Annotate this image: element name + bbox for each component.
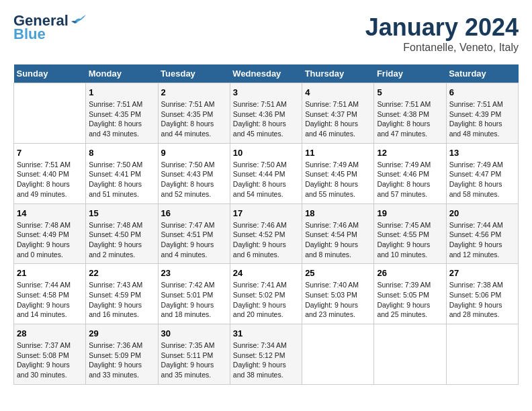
day-number: 7 [17,148,83,158]
day-number: 25 [305,268,371,278]
header-wednesday: Wednesday [230,64,302,83]
calendar-cell: 30Sunrise: 7:35 AMSunset: 5:11 PMDayligh… [158,324,230,385]
day-number: 23 [161,268,227,278]
day-number: 18 [305,208,371,218]
day-info: Sunrise: 7:37 AMSunset: 5:08 PMDaylight:… [17,340,83,380]
header-tuesday: Tuesday [158,64,230,83]
day-info: Sunrise: 7:41 AMSunset: 5:02 PMDaylight:… [233,280,299,320]
day-number: 3 [233,87,299,97]
day-number: 12 [377,148,443,158]
month-title: January 2024 [365,13,519,42]
day-number: 10 [233,148,299,158]
day-info: Sunrise: 7:51 AMSunset: 4:35 PMDaylight:… [161,99,227,139]
day-info: Sunrise: 7:50 AMSunset: 4:41 PMDaylight:… [89,160,154,199]
calendar-cell: 28Sunrise: 7:37 AMSunset: 5:08 PMDayligh… [14,324,86,385]
day-number: 6 [449,87,515,97]
week-row-3: 14Sunrise: 7:48 AMSunset: 4:49 PMDayligh… [14,203,519,264]
day-info: Sunrise: 7:50 AMSunset: 4:43 PMDaylight:… [161,160,227,199]
week-row-2: 7Sunrise: 7:51 AMSunset: 4:40 PMDaylight… [14,143,519,203]
day-number: 30 [161,328,227,338]
calendar-cell: 3Sunrise: 7:51 AMSunset: 4:36 PMDaylight… [230,83,302,144]
calendar-cell: 9Sunrise: 7:50 AMSunset: 4:43 PMDaylight… [158,143,230,203]
day-number: 11 [305,148,371,158]
calendar-cell: 15Sunrise: 7:48 AMSunset: 4:50 PMDayligh… [86,203,158,264]
day-info: Sunrise: 7:51 AMSunset: 4:35 PMDaylight:… [89,99,154,139]
day-number: 27 [449,268,515,278]
day-info: Sunrise: 7:48 AMSunset: 4:49 PMDaylight:… [17,220,83,260]
header-saturday: Saturday [446,64,518,83]
day-info: Sunrise: 7:43 AMSunset: 4:59 PMDaylight:… [89,280,154,320]
calendar-cell: 16Sunrise: 7:47 AMSunset: 4:51 PMDayligh… [158,203,230,264]
day-number: 26 [377,268,443,278]
calendar-cell: 21Sunrise: 7:44 AMSunset: 4:58 PMDayligh… [14,264,86,324]
calendar-cell: 17Sunrise: 7:46 AMSunset: 4:52 PMDayligh… [230,203,302,264]
calendar-cell: 26Sunrise: 7:39 AMSunset: 5:05 PMDayligh… [374,264,446,324]
day-number: 4 [305,87,371,97]
day-info: Sunrise: 7:42 AMSunset: 5:01 PMDaylight:… [161,280,227,320]
calendar-cell: 22Sunrise: 7:43 AMSunset: 4:59 PMDayligh… [86,264,158,324]
header-monday: Monday [86,64,158,83]
day-info: Sunrise: 7:46 AMSunset: 4:54 PMDaylight:… [305,220,371,260]
day-number: 20 [449,208,515,218]
calendar-cell: 6Sunrise: 7:51 AMSunset: 4:39 PMDaylight… [446,83,518,144]
calendar-cell: 29Sunrise: 7:36 AMSunset: 5:09 PMDayligh… [86,324,158,385]
day-info: Sunrise: 7:44 AMSunset: 4:56 PMDaylight:… [449,220,515,260]
day-number: 17 [233,208,299,218]
logo: General Blue [13,13,86,43]
calendar-cell [14,83,86,144]
day-number: 15 [89,208,154,218]
calendar-cell: 1Sunrise: 7:51 AMSunset: 4:35 PMDaylight… [86,83,158,144]
calendar-cell: 10Sunrise: 7:50 AMSunset: 4:44 PMDayligh… [230,143,302,203]
day-info: Sunrise: 7:51 AMSunset: 4:37 PMDaylight:… [305,99,371,139]
day-info: Sunrise: 7:49 AMSunset: 4:45 PMDaylight:… [305,160,371,199]
calendar-cell: 11Sunrise: 7:49 AMSunset: 4:45 PMDayligh… [302,143,374,203]
day-number: 21 [17,268,83,278]
calendar-cell: 7Sunrise: 7:51 AMSunset: 4:40 PMDaylight… [14,143,86,203]
day-number: 5 [377,87,443,97]
calendar-cell: 23Sunrise: 7:42 AMSunset: 5:01 PMDayligh… [158,264,230,324]
day-info: Sunrise: 7:51 AMSunset: 4:39 PMDaylight:… [449,99,515,139]
calendar-cell: 27Sunrise: 7:38 AMSunset: 5:06 PMDayligh… [446,264,518,324]
page-header: General Blue January 2024 Fontanelle, Ve… [13,13,519,54]
calendar-cell: 13Sunrise: 7:49 AMSunset: 4:47 PMDayligh… [446,143,518,203]
day-info: Sunrise: 7:46 AMSunset: 4:52 PMDaylight:… [233,220,299,260]
logo-bird-icon [71,15,86,27]
day-number: 2 [161,87,227,97]
day-number: 14 [17,208,83,218]
day-info: Sunrise: 7:50 AMSunset: 4:44 PMDaylight:… [233,160,299,199]
day-number: 16 [161,208,227,218]
day-number: 13 [449,148,515,158]
day-info: Sunrise: 7:39 AMSunset: 5:05 PMDaylight:… [377,280,443,320]
day-info: Sunrise: 7:51 AMSunset: 4:40 PMDaylight:… [17,160,83,199]
day-info: Sunrise: 7:34 AMSunset: 5:12 PMDaylight:… [233,340,299,380]
calendar-cell: 20Sunrise: 7:44 AMSunset: 4:56 PMDayligh… [446,203,518,264]
week-row-4: 21Sunrise: 7:44 AMSunset: 4:58 PMDayligh… [14,264,519,324]
location: Fontanelle, Veneto, Italy [365,42,519,54]
day-number: 9 [161,148,227,158]
header-row: SundayMondayTuesdayWednesdayThursdayFrid… [14,64,519,83]
calendar-table: SundayMondayTuesdayWednesdayThursdayFrid… [13,64,519,385]
day-number: 24 [233,268,299,278]
day-number: 29 [89,328,154,338]
day-info: Sunrise: 7:49 AMSunset: 4:47 PMDaylight:… [449,160,515,199]
day-info: Sunrise: 7:44 AMSunset: 4:58 PMDaylight:… [17,280,83,320]
day-info: Sunrise: 7:48 AMSunset: 4:50 PMDaylight:… [89,220,154,260]
week-row-1: 1Sunrise: 7:51 AMSunset: 4:35 PMDaylight… [14,83,519,144]
calendar-cell: 31Sunrise: 7:34 AMSunset: 5:12 PMDayligh… [230,324,302,385]
calendar-cell: 14Sunrise: 7:48 AMSunset: 4:49 PMDayligh… [14,203,86,264]
day-number: 28 [17,328,83,338]
day-info: Sunrise: 7:36 AMSunset: 5:09 PMDaylight:… [89,340,154,380]
calendar-cell: 25Sunrise: 7:40 AMSunset: 5:03 PMDayligh… [302,264,374,324]
day-info: Sunrise: 7:51 AMSunset: 4:36 PMDaylight:… [233,99,299,139]
day-info: Sunrise: 7:47 AMSunset: 4:51 PMDaylight:… [161,220,227,260]
calendar-cell: 4Sunrise: 7:51 AMSunset: 4:37 PMDaylight… [302,83,374,144]
day-number: 19 [377,208,443,218]
calendar-cell: 2Sunrise: 7:51 AMSunset: 4:35 PMDaylight… [158,83,230,144]
calendar-cell: 24Sunrise: 7:41 AMSunset: 5:02 PMDayligh… [230,264,302,324]
calendar-cell [446,324,518,385]
day-number: 8 [89,148,154,158]
header-friday: Friday [374,64,446,83]
calendar-cell: 19Sunrise: 7:45 AMSunset: 4:55 PMDayligh… [374,203,446,264]
calendar-cell: 8Sunrise: 7:50 AMSunset: 4:41 PMDaylight… [86,143,158,203]
day-info: Sunrise: 7:45 AMSunset: 4:55 PMDaylight:… [377,220,443,260]
